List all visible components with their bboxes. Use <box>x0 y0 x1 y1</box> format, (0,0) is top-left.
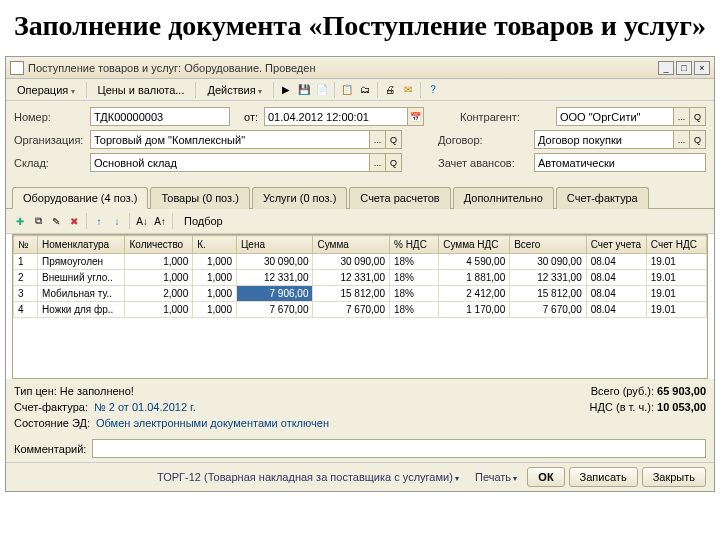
cell-acct_vat[interactable]: 19.01 <box>646 270 706 286</box>
cell-n[interactable]: 4 <box>14 302 38 318</box>
cell-price[interactable]: 12 331,00 <box>236 270 313 286</box>
select-icon[interactable]: ... <box>369 131 385 148</box>
open-icon[interactable]: Q <box>385 131 401 148</box>
cell-k[interactable]: 1,000 <box>193 302 237 318</box>
cell-qty[interactable]: 1,000 <box>125 270 193 286</box>
cell-qty[interactable]: 1,000 <box>125 302 193 318</box>
ok-button[interactable]: ОК <box>527 467 564 487</box>
prices-menu[interactable]: Цены и валюта... <box>91 81 192 99</box>
cell-acct[interactable]: 08.04 <box>586 270 646 286</box>
cell-vat_pct[interactable]: 18% <box>389 254 438 270</box>
tab-additional[interactable]: Дополнительно <box>453 187 554 209</box>
close-button[interactable]: × <box>694 61 710 75</box>
cell-n[interactable]: 3 <box>14 286 38 302</box>
col-total[interactable]: Всего <box>510 236 587 254</box>
counteragent-input[interactable]: ООО "ОргСити"...Q <box>556 107 706 126</box>
tab-services[interactable]: Услуги (0 поз.) <box>252 187 347 209</box>
help-icon[interactable]: ? <box>425 82 441 98</box>
operation-menu[interactable]: Операция <box>10 81 82 99</box>
structure-icon[interactable]: 🗂 <box>357 82 373 98</box>
col-n[interactable]: № <box>14 236 38 254</box>
tab-equipment[interactable]: Оборудование (4 поз.) <box>12 187 148 209</box>
cell-vat_sum[interactable]: 1 170,00 <box>439 302 510 318</box>
cell-sum[interactable]: 7 670,00 <box>313 302 390 318</box>
cell-total[interactable]: 12 331,00 <box>510 270 587 286</box>
table-row[interactable]: 1Прямоуголен1,0001,00030 090,0030 090,00… <box>14 254 707 270</box>
cell-price[interactable]: 7 670,00 <box>236 302 313 318</box>
cell-nom[interactable]: Мобильная ту.. <box>38 286 125 302</box>
grid-empty-area[interactable] <box>13 318 707 378</box>
calendar-icon[interactable]: 📅 <box>407 108 423 125</box>
warehouse-input[interactable]: Основной склад...Q <box>90 153 402 172</box>
close-form-button[interactable]: Закрыть <box>642 467 706 487</box>
col-acct[interactable]: Счет учета <box>586 236 646 254</box>
cell-vat_sum[interactable]: 2 412,00 <box>439 286 510 302</box>
ed-state-link[interactable]: Обмен электронными документами отключен <box>96 417 329 429</box>
tab-goods[interactable]: Товары (0 поз.) <box>150 187 249 209</box>
edit-row-icon[interactable]: ✎ <box>48 213 64 229</box>
ed-icon[interactable]: ✉ <box>400 82 416 98</box>
col-k[interactable]: К. <box>193 236 237 254</box>
minimize-button[interactable]: _ <box>658 61 674 75</box>
number-input[interactable]: ТДК00000003 <box>90 107 230 126</box>
select-icon[interactable]: ... <box>369 154 385 171</box>
save-button[interactable]: Записать <box>569 467 638 487</box>
open-icon[interactable]: Q <box>689 131 705 148</box>
cell-k[interactable]: 1,000 <box>193 254 237 270</box>
comment-input[interactable] <box>92 439 706 458</box>
invoice-link[interactable]: № 2 от 01.04.2012 г. <box>94 401 196 413</box>
cell-acct_vat[interactable]: 19.01 <box>646 286 706 302</box>
move-up-icon[interactable]: ↑ <box>91 213 107 229</box>
cell-vat_pct[interactable]: 18% <box>389 270 438 286</box>
report-icon[interactable]: 📄 <box>314 82 330 98</box>
cell-vat_pct[interactable]: 18% <box>389 286 438 302</box>
cell-acct_vat[interactable]: 19.01 <box>646 302 706 318</box>
sort-asc-icon[interactable]: A↓ <box>134 213 150 229</box>
col-price[interactable]: Цена <box>236 236 313 254</box>
pick-button[interactable]: Подбор <box>177 212 230 230</box>
cell-nom[interactable]: Прямоуголен <box>38 254 125 270</box>
cell-total[interactable]: 30 090,00 <box>510 254 587 270</box>
cell-qty[interactable]: 1,000 <box>125 254 193 270</box>
cell-total[interactable]: 7 670,00 <box>510 302 587 318</box>
cell-total[interactable]: 15 812,00 <box>510 286 587 302</box>
cell-sum[interactable]: 15 812,00 <box>313 286 390 302</box>
cell-n[interactable]: 1 <box>14 254 38 270</box>
cell-nom[interactable]: Ножки для фр.. <box>38 302 125 318</box>
cell-price[interactable]: 30 090,00 <box>236 254 313 270</box>
copy-row-icon[interactable]: ⧉ <box>30 213 46 229</box>
col-vat-sum[interactable]: Сумма НДС <box>439 236 510 254</box>
cell-acct[interactable]: 08.04 <box>586 286 646 302</box>
table-row[interactable]: 3Мобильная ту..2,0001,0007 906,0015 812,… <box>14 286 707 302</box>
contract-input[interactable]: Договор покупки...Q <box>534 130 706 149</box>
tab-invoice[interactable]: Счет-фактура <box>556 187 649 209</box>
cell-sum[interactable]: 30 090,00 <box>313 254 390 270</box>
table-row[interactable]: 2Внешний угло..1,0001,00012 331,0012 331… <box>14 270 707 286</box>
cell-acct_vat[interactable]: 19.01 <box>646 254 706 270</box>
maximize-button[interactable]: □ <box>676 61 692 75</box>
post-icon[interactable]: ▶ <box>278 82 294 98</box>
col-acct-vat[interactable]: Счет НДС <box>646 236 706 254</box>
select-icon[interactable]: ... <box>673 131 689 148</box>
move-down-icon[interactable]: ↓ <box>109 213 125 229</box>
cell-nom[interactable]: Внешний угло.. <box>38 270 125 286</box>
open-icon[interactable]: Q <box>385 154 401 171</box>
cell-sum[interactable]: 12 331,00 <box>313 270 390 286</box>
open-icon[interactable]: Q <box>689 108 705 125</box>
date-input[interactable]: 01.04.2012 12:00:01📅 <box>264 107 424 126</box>
col-vat-pct[interactable]: % НДС <box>389 236 438 254</box>
torg12-link[interactable]: ТОРГ-12 (Товарная накладная за поставщик… <box>151 468 465 486</box>
col-sum[interactable]: Сумма <box>313 236 390 254</box>
print-icon[interactable]: 🖨 <box>382 82 398 98</box>
delete-row-icon[interactable]: ✖ <box>66 213 82 229</box>
cell-qty[interactable]: 2,000 <box>125 286 193 302</box>
cell-acct[interactable]: 08.04 <box>586 302 646 318</box>
tab-accounts[interactable]: Счета расчетов <box>349 187 450 209</box>
cell-n[interactable]: 2 <box>14 270 38 286</box>
add-row-icon[interactable]: ✚ <box>12 213 28 229</box>
cell-vat_sum[interactable]: 1 881,00 <box>439 270 510 286</box>
items-grid[interactable]: № Номенклатура Количество К. Цена Сумма … <box>12 234 708 379</box>
cell-price[interactable]: 7 906,00 <box>236 286 313 302</box>
cell-k[interactable]: 1,000 <box>193 286 237 302</box>
table-row[interactable]: 4Ножки для фр..1,0001,0007 670,007 670,0… <box>14 302 707 318</box>
